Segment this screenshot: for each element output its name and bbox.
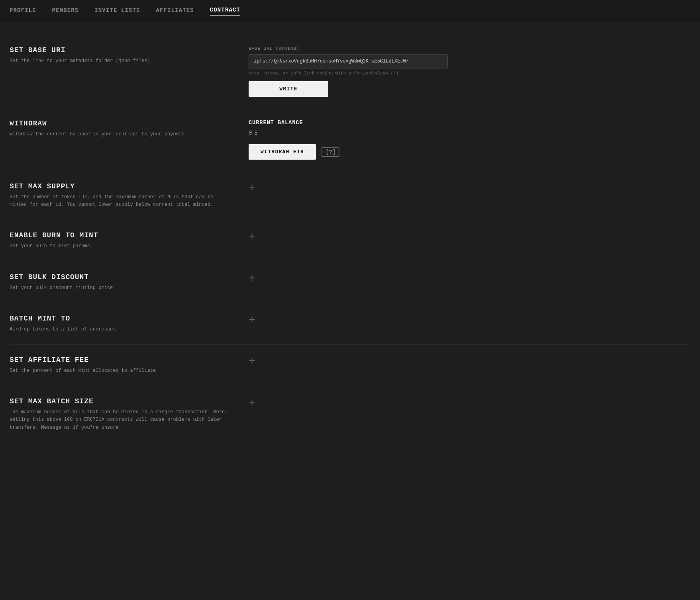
nav-invite-lists[interactable]: INVITE LISTS — [94, 7, 140, 15]
set-affiliate-fee-plus-icon[interactable]: + — [249, 355, 255, 367]
withdraw-section: WITHDRAW Withdraw the current balance in… — [10, 108, 690, 171]
set-base-uri-left: SET BASE URI Set the link to your metada… — [10, 46, 233, 65]
enable-burn-to-mint-title: ENABLE BURN TO MINT — [10, 231, 233, 239]
balance-value: 0 Ξ — [249, 130, 690, 136]
set-affiliate-fee-desc: Set the percent of each mint allocated t… — [10, 367, 233, 375]
set-bulk-discount-desc: Set your bulk discount minting price — [10, 284, 233, 292]
set-affiliate-fee-expand[interactable]: + — [249, 356, 255, 367]
set-affiliate-fee-section: SET AFFILIATE FEE Set the percent of eac… — [10, 345, 690, 386]
eth-symbol: Ξ — [254, 130, 257, 136]
main-content: SET BASE URI Set the link to your metada… — [0, 22, 700, 456]
set-max-batch-size-expand[interactable]: + — [249, 397, 255, 408]
nav-members[interactable]: MEMBERS — [52, 7, 79, 15]
base-uri-hint: http, https, or ipfs link ending with a … — [249, 71, 690, 76]
batch-mint-to-plus-icon[interactable]: + — [249, 314, 255, 326]
set-max-batch-size-desc: The maximum number of NFTs that can be m… — [10, 408, 233, 432]
withdraw-btn-row: WITHDRAW ETH [?] — [249, 144, 690, 160]
set-max-supply-title: SET MAX SUPPLY — [10, 182, 233, 190]
batch-mint-to-left: BATCH MINT TO Airdrop tokens to a list o… — [10, 315, 233, 333]
base-uri-input[interactable] — [249, 54, 448, 68]
set-max-supply-left: SET MAX SUPPLY Set the number of token I… — [10, 182, 233, 209]
set-max-supply-section: SET MAX SUPPLY Set the number of token I… — [10, 171, 690, 220]
set-affiliate-fee-title: SET AFFILIATE FEE — [10, 356, 233, 364]
set-base-uri-section: SET BASE URI Set the link to your metada… — [10, 35, 690, 108]
current-balance-label: CURRENT BALANCE — [249, 119, 690, 126]
enable-burn-to-mint-plus-icon[interactable]: + — [249, 231, 255, 243]
set-bulk-discount-plus-icon[interactable]: + — [249, 272, 255, 285]
set-max-supply-expand[interactable]: + — [249, 182, 255, 193]
batch-mint-to-expand[interactable]: + — [249, 315, 255, 326]
navigation: PROFILE MEMBERS INVITE LISTS AFFILIATES … — [0, 0, 700, 22]
set-max-supply-plus-icon[interactable]: + — [249, 182, 255, 194]
set-bulk-discount-expand[interactable]: + — [249, 273, 255, 284]
batch-mint-to-title: BATCH MINT TO — [10, 315, 233, 322]
set-affiliate-fee-left: SET AFFILIATE FEE Set the percent of eac… — [10, 356, 233, 375]
base-uri-field-label: BASE URI (STRING) — [249, 46, 690, 51]
help-badge[interactable]: [?] — [322, 147, 339, 157]
withdraw-eth-button[interactable]: WITHDRAW ETH — [249, 144, 316, 160]
set-max-supply-desc: Set the number of token IDs, and the max… — [10, 193, 233, 209]
set-bulk-discount-title: SET BULK DISCOUNT — [10, 273, 233, 281]
set-max-batch-size-title: SET MAX BATCH SIZE — [10, 397, 233, 405]
enable-burn-to-mint-section: ENABLE BURN TO MINT Set your burn to min… — [10, 220, 690, 262]
withdraw-right: CURRENT BALANCE 0 Ξ WITHDRAW ETH [?] — [249, 119, 690, 160]
write-button[interactable]: WRITE — [249, 81, 328, 97]
set-max-batch-size-plus-icon[interactable]: + — [249, 397, 255, 409]
batch-mint-to-section: BATCH MINT TO Airdrop tokens to a list o… — [10, 303, 690, 345]
set-base-uri-desc: Set the link to your metadata folder (js… — [10, 57, 233, 65]
enable-burn-to-mint-expand[interactable]: + — [249, 231, 255, 242]
set-max-batch-size-left: SET MAX BATCH SIZE The maximum number of… — [10, 397, 233, 432]
withdraw-left: WITHDRAW Withdraw the current balance in… — [10, 119, 233, 138]
set-base-uri-title: SET BASE URI — [10, 46, 233, 54]
nav-affiliates[interactable]: AFFILIATES — [156, 7, 194, 15]
set-bulk-discount-section: SET BULK DISCOUNT Set your bulk discount… — [10, 262, 690, 303]
set-base-uri-right: BASE URI (STRING) http, https, or ipfs l… — [249, 46, 690, 97]
withdraw-desc: Withdraw the current balance in your con… — [10, 131, 233, 138]
enable-burn-to-mint-left: ENABLE BURN TO MINT Set your burn to min… — [10, 231, 233, 250]
set-bulk-discount-left: SET BULK DISCOUNT Set your bulk discount… — [10, 273, 233, 292]
nav-profile[interactable]: PROFILE — [10, 7, 36, 15]
withdraw-title: WITHDRAW — [10, 119, 233, 127]
enable-burn-to-mint-desc: Set your burn to mint params — [10, 242, 233, 250]
set-max-batch-size-section: SET MAX BATCH SIZE The maximum number of… — [10, 386, 690, 443]
batch-mint-to-desc: Airdrop tokens to a list of addresses — [10, 326, 233, 333]
nav-contract[interactable]: CONTRACT — [210, 7, 240, 16]
